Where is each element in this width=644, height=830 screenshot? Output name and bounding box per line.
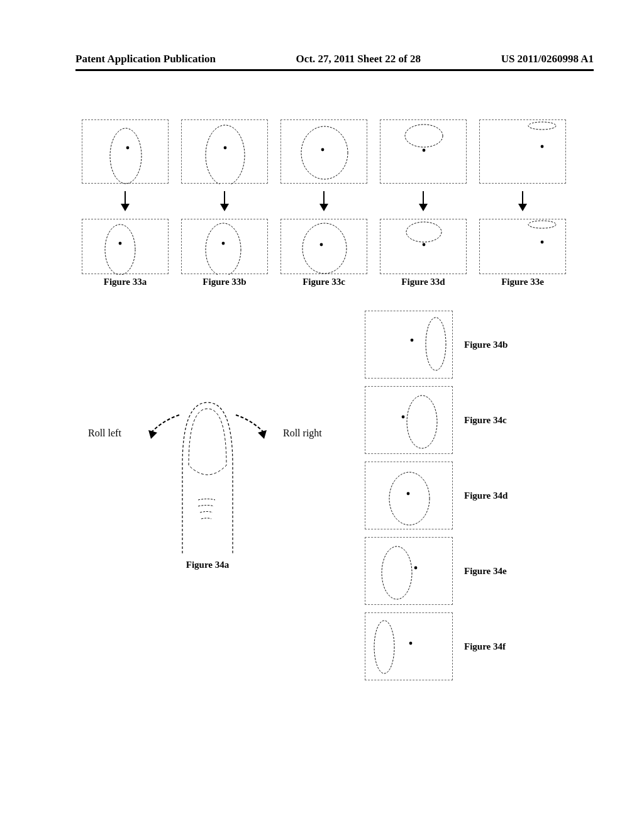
svg-point-1 [126,147,130,150]
arrow-down-icon [323,191,325,210]
svg-point-2 [206,125,245,184]
svg-point-30 [374,621,394,673]
header-left: Patent Application Publication [75,53,216,65]
arrow-down-icon [423,191,424,210]
svg-marker-20 [148,430,157,439]
svg-point-16 [406,222,441,242]
fig33c-top-box [280,119,367,184]
fig33e-label: Figure 33e [479,277,566,287]
fig33-label-row: Figure 33a Figure 33b Figure 33c Figure … [82,277,566,287]
svg-point-23 [411,339,414,342]
svg-point-14 [303,223,347,274]
svg-point-25 [402,416,405,419]
fig33-top-row [82,119,566,184]
fig33a-top-box [82,119,169,184]
arrow-down-icon [522,191,523,210]
fig34d-label: Figure 34d [464,490,527,501]
fig34e-box [365,537,453,605]
svg-point-29 [414,567,418,570]
svg-point-27 [407,492,410,495]
fig34f-label: Figure 34f [464,641,527,652]
fig33-arrow-row [82,191,566,210]
fig33a-label: Figure 33a [82,277,169,287]
svg-point-31 [409,642,413,645]
fig33a-bottom-box [82,219,169,274]
svg-point-19 [541,241,544,244]
fig33b-bottom-box [181,219,268,274]
fig33e-bottom-box [479,219,566,274]
fig33b-label: Figure 33b [181,277,268,287]
svg-point-0 [110,128,142,184]
fig33d-top-box [380,119,467,184]
fig34-column: Figure 34b Figure 34c Figure 34d Figure … [365,311,527,688]
svg-marker-21 [258,430,267,439]
fig33c-bottom-box [280,219,367,274]
fig33c-label: Figure 33c [280,277,367,287]
fig34b-box [365,311,453,379]
svg-point-3 [224,147,227,150]
fig33b-top-box [181,119,268,184]
fig34d-box [365,462,453,529]
fig34c-label: Figure 34c [464,415,527,426]
svg-point-26 [389,472,430,525]
fig33-bottom-row [82,219,566,274]
arrow-down-icon [224,191,225,210]
svg-point-6 [405,124,443,147]
svg-point-22 [426,318,446,370]
arrow-down-icon [125,191,126,210]
page-header: Patent Application Publication Oct. 27, … [75,53,594,65]
svg-point-4 [301,126,348,179]
header-center: Oct. 27, 2011 Sheet 22 of 28 [296,53,421,65]
fig34e-label: Figure 34e [464,566,527,577]
svg-point-15 [320,243,323,246]
roll-right-label: Roll right [283,428,322,439]
finger-illustration [88,365,327,560]
svg-point-12 [206,223,241,275]
fig34c-box [365,386,453,454]
svg-point-7 [423,149,426,152]
fig33e-top-box [479,119,566,184]
fig34a-caption: Figure 34a [88,560,327,570]
svg-point-9 [541,145,544,148]
svg-point-8 [528,122,556,130]
svg-point-13 [222,242,225,245]
svg-point-11 [119,242,122,245]
svg-point-18 [528,221,556,228]
roll-left-label: Roll left [88,428,121,439]
fig33d-bottom-box [380,219,467,274]
fig34f-box [365,612,453,680]
fig34a-wrap: Roll left Roll right Figure 34a [88,365,327,585]
svg-point-5 [321,148,325,152]
svg-point-28 [382,546,412,599]
header-rule [75,69,594,71]
fig34b-label: Figure 34b [464,340,527,350]
svg-point-24 [407,396,437,448]
header-right: US 2011/0260998 A1 [501,53,594,65]
svg-point-17 [423,243,426,246]
svg-point-10 [105,224,135,275]
fig33d-label: Figure 33d [380,277,467,287]
